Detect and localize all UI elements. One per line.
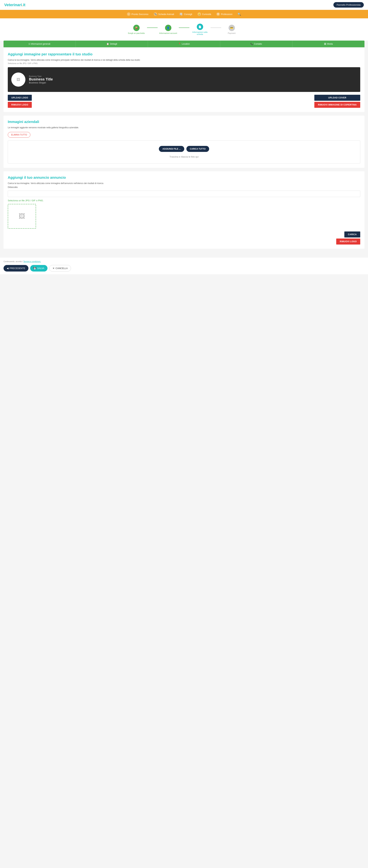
tab-label: Contatto: [254, 43, 262, 45]
nav-item-professioni[interactable]: ❤ Professioni: [216, 12, 232, 16]
remove-logo-button[interactable]: RIMUOVI LOGO: [8, 102, 32, 108]
image-placeholder-icon: 🖼: [19, 213, 25, 220]
announcement-title: Aggiungi il tuo annuncio annuncio: [8, 176, 360, 180]
upload-logo-button[interactable]: UPLOAD LOGO: [8, 95, 32, 101]
tab-label: Location: [182, 43, 190, 45]
chat-icon: 💬: [179, 12, 183, 16]
step-2-label: Informazioni account: [159, 32, 177, 34]
tab-dettagli[interactable]: 📋 Dettagli: [76, 40, 148, 47]
prev-label: PRECEDENTE: [9, 267, 25, 270]
caption-label: Didascalia: [8, 186, 360, 189]
logo-btn-group: UPLOAD LOGO RIMUOVI LOGO: [8, 95, 32, 108]
announcement-card: Aggiungi il tuo annuncio annuncio Carica…: [3, 171, 365, 249]
arrow-left-icon: ◀: [7, 267, 8, 270]
remove-cover-button[interactable]: RIMUOVI IMMAGINE DI COPERTINA: [314, 102, 360, 108]
step-2-circle: 👤: [165, 25, 172, 31]
announcement-desc: Carica la tua immagine. Verrà utilizzata…: [8, 182, 360, 185]
footer-note: Continuando, accetto i Termini e condizi…: [3, 260, 365, 262]
file-hint: Seleziona un file JPG / GIF o PNG.: [8, 199, 360, 202]
tab-label: Informazioni generali: [31, 43, 50, 45]
step-3-label: Informazioni sulla scheda: [189, 31, 211, 35]
search-icon[interactable]: 🔍: [238, 12, 241, 16]
tab-informazioni-generali[interactable]: ℹ Informazioni generali: [3, 40, 76, 47]
preview-slogan: Business Slogan: [29, 81, 53, 84]
upload-cover-button[interactable]: UPLOAD COVER: [314, 95, 360, 101]
nav-label: Consigli: [184, 13, 192, 16]
preview-title: Business Title: [29, 77, 53, 81]
gallery-upload-area[interactable]: AGGIUNGI FILE ... CARICA TUTTO Trascina …: [8, 141, 360, 163]
close-icon: ✕: [53, 267, 55, 270]
pin-icon: 📍: [178, 43, 181, 45]
upload-buttons: AGGIUNGI FILE ... CARICA TUTTO: [11, 146, 357, 152]
announce-btn-row: CARICA RIMUOVI LOGO: [8, 231, 360, 245]
nav-item-schede-animali[interactable]: 🐾 Schede Animali: [154, 12, 174, 16]
cover-preview: 🖼 Business Type Business Title Business …: [8, 67, 360, 92]
footer-note-text: Continuando, accetto i: [3, 260, 23, 262]
save-button[interactable]: 💾 SALVA: [30, 265, 48, 272]
nav-label: Professioni: [221, 13, 232, 16]
step-4-label: Payment: [228, 32, 236, 34]
gallery-card: Immagini aziendali Le immagini aggiunte …: [3, 116, 365, 168]
footer-buttons: ◀ PRECEDENTE 💾 SALVA ✕ CANCELLA: [3, 265, 365, 272]
preview-info: Business Type Business Title Business Sl…: [29, 75, 53, 84]
image-upload-box[interactable]: 🖼: [8, 204, 36, 229]
tab-location[interactable]: 📍 Location: [148, 40, 220, 47]
drag-drop-text: Trascina e rilascia le foto qui: [11, 155, 357, 158]
header: Veterinari.it Pannello Professionista: [0, 0, 368, 10]
step-line-1: [147, 28, 158, 28]
upload-all-button[interactable]: CARICA TUTTO: [186, 146, 209, 152]
heart-icon: ❤: [216, 12, 220, 16]
cover-desc: Carica la tua immagine. Verrà utilizzata…: [8, 58, 360, 62]
cover-btn-group: UPLOAD COVER RIMUOVI IMMAGINE DI COPERTI…: [314, 95, 360, 108]
step-3-circle: 📄: [197, 24, 203, 30]
remove-announce-button[interactable]: RIMUOVI LOGO: [336, 239, 360, 245]
steps: 📦 Scegli un pacchetto 👤 Informazioni acc…: [126, 24, 242, 35]
prev-button[interactable]: ◀ PRECEDENTE: [3, 265, 28, 272]
save-label: SALVA: [37, 267, 44, 270]
cover-button-row: UPLOAD LOGO RIMUOVI LOGO UPLOAD COVER RI…: [8, 95, 360, 108]
tabs-bar: ℹ Informazioni generali 📋 Dettagli 📍 Loc…: [3, 40, 365, 47]
add-files-button[interactable]: AGGIUNGI FILE ...: [159, 146, 184, 152]
nav-item-curiosita[interactable]: 💡 Curiosità: [197, 12, 211, 16]
steps-container: 📦 Scegli un pacchetto 👤 Informazioni acc…: [0, 18, 368, 40]
bulb-icon: 💡: [197, 12, 201, 16]
nav-item-consigli[interactable]: 💬 Consigli: [179, 12, 192, 16]
tab-label: Media: [327, 43, 333, 45]
list-icon: 📋: [106, 43, 109, 45]
caption-input[interactable]: [8, 190, 360, 197]
nav-item-pronto-soccorso[interactable]: + Pronto Soccorso: [127, 12, 148, 16]
step-3: 📄 Informazioni sulla scheda: [189, 24, 211, 35]
tab-contatto[interactable]: 📞 Contatto: [220, 40, 293, 47]
upload-announce-button[interactable]: CARICA: [344, 231, 360, 238]
avatar-icon: 🖼: [17, 78, 20, 82]
tab-media[interactable]: 🖼 Media: [293, 40, 365, 47]
terms-link[interactable]: Termini e condizioni.: [23, 260, 41, 262]
tab-label: Dettagli: [110, 43, 117, 45]
step-4-circle: 💳: [228, 25, 235, 31]
step-1-label: Scegli un pacchetto: [128, 32, 145, 34]
save-icon: 💾: [33, 267, 36, 270]
logo-text: Veterinari.it: [4, 3, 25, 7]
info-icon: ℹ: [29, 43, 30, 45]
nav-label: Pronto Soccorso: [131, 13, 148, 16]
avatar-placeholder: 🖼: [11, 72, 25, 87]
step-line-2: [179, 28, 189, 28]
nav-label: Curiosità: [202, 13, 211, 16]
dashboard-button[interactable]: Pannello Professionista: [333, 2, 364, 8]
preview-type: Business Type: [29, 75, 53, 77]
nav-label: Schede Animali: [158, 13, 174, 16]
navbar: + Pronto Soccorso 🐾 Schede Animali 💬 Con…: [0, 10, 368, 18]
step-4: 💳 Payment: [221, 25, 242, 34]
main-content: Aggiungi immagine per rappresentare il t…: [0, 48, 368, 257]
phone-icon: 📞: [250, 43, 253, 45]
gallery-title: Immagini aziendali: [8, 120, 360, 124]
delete-all-button[interactable]: ELIMINA TUTTO: [8, 132, 30, 137]
logo-dot: .: [22, 3, 23, 7]
plus-icon: +: [127, 12, 130, 16]
cancel-label: CANCELLA: [56, 267, 68, 270]
cancel-button[interactable]: ✕ CANCELLA: [49, 265, 71, 272]
footer: Continuando, accetto i Termini e condizi…: [0, 257, 368, 274]
paw-icon: 🐾: [154, 12, 157, 16]
gallery-desc: Le immagini aggiunte verranno mostrate n…: [8, 126, 360, 129]
cover-title: Aggiungi immagine per rappresentare il t…: [8, 52, 360, 56]
